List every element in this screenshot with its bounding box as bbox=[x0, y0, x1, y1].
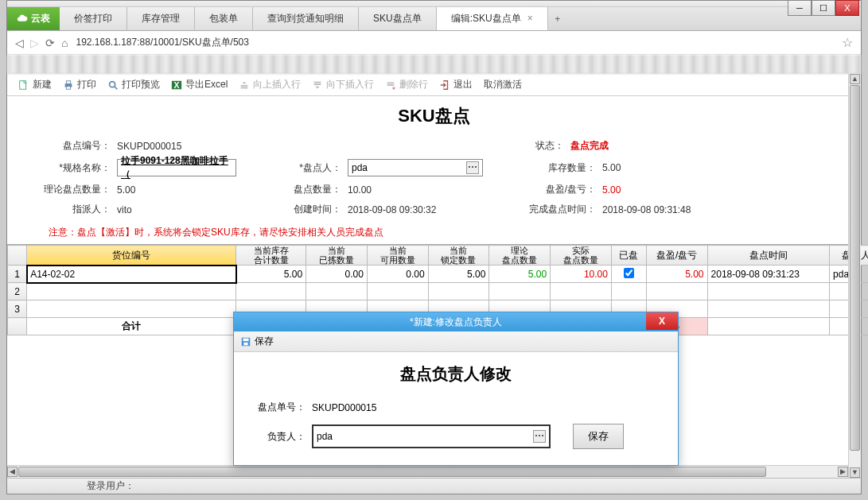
pdr-input[interactable]: pda⋯ bbox=[348, 159, 483, 176]
print-preview-button[interactable]: 打印预览 bbox=[107, 78, 160, 91]
cell-stock[interactable]: 5.00 bbox=[236, 266, 306, 283]
row-number: 1 bbox=[8, 266, 27, 283]
scroll-up-icon[interactable]: ▲ bbox=[850, 74, 860, 84]
warning-text: 注意：盘点【激活】时，系统将会锁定SKU库存，请尽快安排相关人员完成盘点 bbox=[23, 219, 845, 244]
col-theory[interactable]: 理论盘点数量 bbox=[489, 246, 551, 266]
svg-rect-7 bbox=[241, 85, 248, 87]
dialog-title: *新建:修改盘点负责人 bbox=[410, 316, 502, 329]
done-value: 2018-09-08 09:31:48 bbox=[602, 204, 691, 215]
new-button[interactable]: 新建 bbox=[18, 78, 52, 91]
dialog-save-button[interactable]: 保存 bbox=[573, 424, 624, 449]
cloud-icon bbox=[17, 14, 28, 25]
vscroll-thumb[interactable] bbox=[850, 85, 860, 451]
dialog-save-tool[interactable]: 保存 bbox=[255, 335, 274, 348]
nav-forward-icon[interactable]: ▷ bbox=[30, 37, 39, 49]
svg-rect-11 bbox=[387, 82, 395, 83]
tab-price-print[interactable]: 价签打印 bbox=[60, 7, 127, 30]
col-location[interactable]: 货位编号 bbox=[27, 246, 236, 266]
toolbar: 新建 打印 打印预览 X导出Excel 向上插入行 向下插入行 删除行 退出 取… bbox=[7, 74, 861, 96]
scroll-right-icon[interactable]: ▶ bbox=[838, 467, 848, 477]
preview-icon bbox=[107, 79, 119, 91]
create-value: 2018-09-08 09:30:32 bbox=[348, 204, 436, 215]
diff-label: 盘盈/盘亏： bbox=[516, 183, 596, 196]
svg-rect-9 bbox=[314, 81, 321, 83]
window-maximize-button[interactable]: ☐ bbox=[812, 0, 835, 16]
cell-location[interactable]: A14-02-02 bbox=[27, 266, 236, 283]
tab-close-icon[interactable]: × bbox=[527, 13, 533, 24]
add-tab-button[interactable]: + bbox=[548, 7, 567, 30]
dlg-owner-more-icon[interactable]: ⋯ bbox=[533, 430, 546, 443]
app-brand-tab[interactable]: 云表 bbox=[7, 7, 60, 30]
print-button[interactable]: 打印 bbox=[63, 78, 96, 91]
pdr-more-icon[interactable]: ⋯ bbox=[466, 161, 479, 174]
scroll-left-icon[interactable]: ◀ bbox=[7, 467, 18, 477]
spec-input[interactable]: 拉手9091-128黑咖啡拉手（ bbox=[117, 159, 236, 176]
col-avail[interactable]: 当前可用数量 bbox=[367, 246, 428, 266]
scroll-down-icon[interactable]: ▼ bbox=[850, 467, 860, 478]
col-diff[interactable]: 盘盈/盘亏 bbox=[646, 246, 707, 266]
hscroll-thumb[interactable] bbox=[18, 467, 766, 477]
vertical-scrollbar[interactable]: ▲ ▼ bbox=[848, 74, 861, 478]
app-window: ─ ☐ X 云表 价签打印 库存管理 包装单 查询到货通知明细 SKU盘点单 编… bbox=[6, 0, 862, 494]
col-stock-total[interactable]: 当前库存合计数量 bbox=[236, 246, 306, 266]
nav-home-icon[interactable]: ⌂ bbox=[61, 37, 68, 49]
cell-diff[interactable]: 5.00 bbox=[646, 266, 707, 283]
pdr-label: *盘点人： bbox=[278, 161, 341, 175]
cell-checked[interactable] bbox=[611, 266, 646, 283]
col-time[interactable]: 盘点时间 bbox=[707, 246, 830, 266]
dialog-titlebar[interactable]: *新建:修改盘点负责人 X bbox=[234, 312, 678, 331]
tab-packing[interactable]: 包装单 bbox=[195, 7, 253, 30]
checked-checkbox[interactable] bbox=[624, 268, 634, 278]
col-checked[interactable]: 已盘 bbox=[611, 246, 646, 266]
save-icon bbox=[240, 336, 251, 347]
dlg-owner-label: 负责人： bbox=[250, 430, 306, 444]
cell-locked[interactable]: 5.00 bbox=[428, 266, 489, 283]
excel-icon: X bbox=[171, 79, 182, 91]
nav-refresh-icon[interactable]: ⟳ bbox=[45, 37, 55, 49]
status-value: 盘点完成 bbox=[570, 139, 609, 153]
assign-value: vito bbox=[117, 204, 132, 215]
svg-rect-10 bbox=[314, 83, 321, 85]
tab-stock-manage[interactable]: 库存管理 bbox=[127, 7, 195, 30]
pdqty-label: 盘点数量： bbox=[278, 183, 341, 196]
cell-actual[interactable]: 10.00 bbox=[551, 266, 612, 283]
address-text[interactable]: 192.168.1.187:88/10001/SKU盘点单/503 bbox=[76, 36, 834, 49]
tab-sku-inventory[interactable]: SKU盘点单 bbox=[359, 7, 437, 30]
cell-theory[interactable]: 5.00 bbox=[489, 266, 551, 283]
col-picked[interactable]: 当前已拣数量 bbox=[306, 246, 368, 266]
table-row[interactable]: 2 bbox=[8, 283, 869, 300]
table-row[interactable]: 1 A14-02-02 5.00 0.00 0.00 5.00 5.00 10.… bbox=[8, 266, 869, 283]
status-bar: 登录用户： bbox=[7, 478, 861, 494]
horizontal-scrollbar[interactable]: ◀ ▶ bbox=[7, 465, 848, 478]
delete-row-button: 删除行 bbox=[385, 78, 428, 91]
pdqty-value: 10.00 bbox=[348, 184, 372, 196]
insert-down-icon bbox=[312, 79, 323, 91]
theory-value: 5.00 bbox=[117, 184, 135, 196]
nav-back-icon[interactable]: ◁ bbox=[15, 37, 24, 49]
favorite-icon[interactable]: ☆ bbox=[842, 35, 853, 50]
svg-rect-12 bbox=[387, 84, 395, 86]
edit-owner-dialog: *新建:修改盘点负责人 X 保存 盘点负责人修改 盘点单号： SKUPD0000… bbox=[233, 312, 679, 466]
cell-time[interactable]: 2018-09-08 09:31:23 bbox=[707, 266, 830, 283]
window-close-button[interactable]: X bbox=[835, 0, 859, 16]
dlg-no-value: SKUPD000015 bbox=[312, 402, 376, 413]
app-name: 云表 bbox=[31, 12, 50, 25]
dialog-toolbar: 保存 bbox=[234, 331, 678, 352]
tab-arrival-detail[interactable]: 查询到货通知明细 bbox=[253, 7, 359, 30]
content-area: SKU盘点 盘点编号：SKUPD000015 状态：盘点完成 *规格名称： 拉手… bbox=[7, 96, 861, 244]
cell-avail[interactable]: 0.00 bbox=[367, 266, 428, 283]
export-excel-button[interactable]: X导出Excel bbox=[171, 78, 228, 91]
exit-button[interactable]: 退出 bbox=[439, 78, 473, 91]
tab-edit-sku-inventory[interactable]: 编辑:SKU盘点单× bbox=[437, 7, 548, 30]
row-number: 3 bbox=[8, 300, 27, 318]
print-icon bbox=[63, 79, 74, 91]
col-actual[interactable]: 实际盘点数量 bbox=[551, 246, 612, 266]
theory-label: 理论盘点数量： bbox=[23, 183, 111, 196]
dlg-owner-input[interactable]: pda ⋯ bbox=[312, 424, 551, 448]
col-locked[interactable]: 当前锁定数量 bbox=[428, 246, 489, 266]
cell-picked[interactable]: 0.00 bbox=[306, 266, 368, 283]
dialog-close-button[interactable]: X bbox=[646, 312, 678, 330]
deactivate-button[interactable]: 取消激活 bbox=[484, 78, 522, 91]
dlg-no-label: 盘点单号： bbox=[250, 401, 306, 414]
window-minimize-button[interactable]: ─ bbox=[788, 0, 812, 16]
